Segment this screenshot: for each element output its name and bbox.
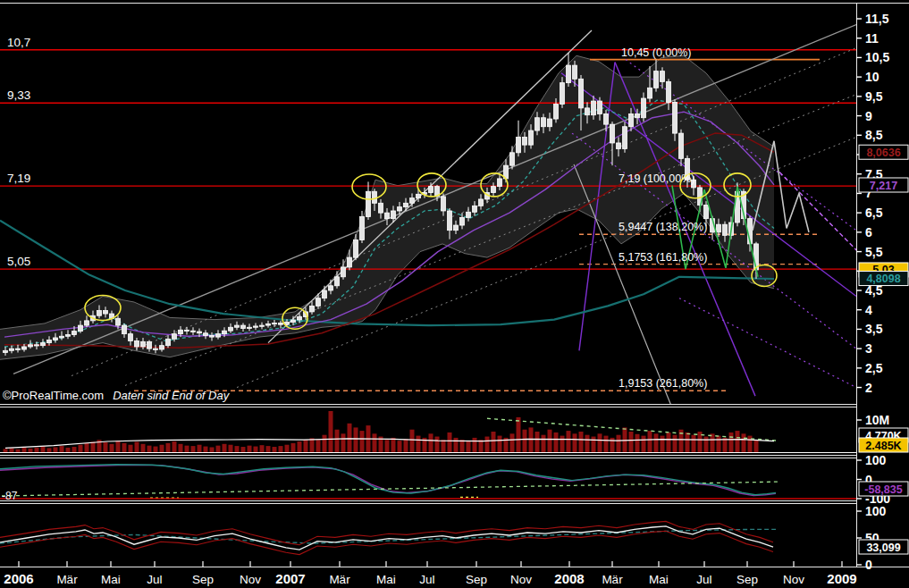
axis-value-tag: 2.485K xyxy=(859,438,908,452)
volume-bar xyxy=(404,439,408,453)
candle-body xyxy=(642,98,646,118)
volume-bar xyxy=(535,432,540,453)
volume-pane xyxy=(0,411,856,453)
volume-bar xyxy=(579,432,584,453)
candle-body xyxy=(266,323,271,325)
time-axis[interactable]: 2006MärMaiJulSepNov2007MärMaiJulSepNov20… xyxy=(4,561,856,586)
chart-canvas[interactable]: 10,79,337,195,0510,45 (0,00%)7,19 (100,0… xyxy=(0,0,909,588)
candle-body xyxy=(717,224,721,232)
candle-body xyxy=(366,191,371,216)
oscillator-trendline[interactable] xyxy=(2,482,779,496)
candle-body xyxy=(535,118,540,130)
volume-bar xyxy=(216,446,221,453)
volume-bar xyxy=(235,446,240,453)
candle-body xyxy=(673,102,678,133)
volume-bar xyxy=(160,445,164,453)
trendline[interactable] xyxy=(679,298,856,388)
volume-bar xyxy=(435,437,440,453)
axis-value-tag: 7,217 xyxy=(859,178,908,192)
volume-bar xyxy=(141,444,146,453)
volume-bar xyxy=(460,440,465,453)
momentum-white-line xyxy=(0,526,773,550)
candle-body xyxy=(398,207,402,211)
time-tick-label: 2008 xyxy=(554,571,584,586)
candle-body xyxy=(260,325,265,326)
volume-bar xyxy=(191,446,196,453)
candle-body xyxy=(454,225,459,231)
candle-body xyxy=(210,335,215,337)
candle-body xyxy=(298,317,302,320)
candle-body xyxy=(585,108,590,115)
volume-bar xyxy=(91,442,96,454)
volume-bar xyxy=(742,433,746,453)
oscillator-pane xyxy=(0,465,856,499)
candle-body xyxy=(610,124,615,143)
candle-body xyxy=(85,321,89,325)
volume-bar xyxy=(254,447,258,453)
volume-bar xyxy=(573,433,577,453)
time-tick-label: Sep xyxy=(192,573,214,586)
volume-bar xyxy=(373,433,377,453)
volume-bar xyxy=(391,438,396,453)
candle-body xyxy=(323,290,327,298)
candle-body xyxy=(429,187,433,193)
volume-bar xyxy=(279,446,283,453)
candle-body xyxy=(329,286,333,290)
volume-bar xyxy=(304,440,308,453)
volume-bar xyxy=(717,436,721,453)
volume-bar xyxy=(529,427,534,453)
volume-bar xyxy=(323,435,327,453)
volume-bar xyxy=(129,445,133,453)
candle-body xyxy=(54,338,58,340)
volume-bar xyxy=(147,446,152,453)
axis-tick-label: 10 xyxy=(865,70,880,84)
time-tick-label: Sep xyxy=(466,573,487,586)
volume-bar xyxy=(454,438,459,453)
candle-body xyxy=(179,330,183,333)
axis-tick-label: 9,5 xyxy=(865,89,883,104)
volume-bar xyxy=(241,447,246,453)
fib-level-label: 7,19 (100,00%) xyxy=(619,172,694,185)
time-tick-label: Sep xyxy=(736,573,758,586)
volume-bar xyxy=(542,435,546,453)
volume-bar xyxy=(291,443,296,453)
candle-body xyxy=(460,217,465,225)
fib-level-label: 1,9153 (261,80%) xyxy=(619,377,707,390)
time-tick-label: 2006 xyxy=(4,571,33,586)
candle-body xyxy=(66,335,71,337)
axis-value-tag-label: 4,8098 xyxy=(866,273,900,285)
volume-bar xyxy=(116,441,121,453)
candle-body xyxy=(635,113,640,117)
volume-bar xyxy=(329,411,333,453)
time-tick-label: Jul xyxy=(147,573,162,586)
candle-body xyxy=(204,333,208,336)
candle-body xyxy=(667,81,671,102)
volume-bar xyxy=(41,447,46,453)
volume-bar xyxy=(479,440,484,453)
fib-level-label: 5,9447 (138,20%) xyxy=(619,221,707,233)
candle-body xyxy=(291,320,296,323)
time-tick-label: Mai xyxy=(649,573,669,586)
volume-bar xyxy=(560,436,565,453)
time-tick-label: Nov xyxy=(783,573,804,586)
candle-body xyxy=(479,199,484,206)
axis-tick-label: 6,5 xyxy=(865,206,883,220)
momentum-axis-label: 100 xyxy=(865,504,887,518)
volume-bar xyxy=(60,446,64,453)
price-level-label: 9,33 xyxy=(7,88,30,102)
axis-value-tag: 8,0636 xyxy=(859,145,908,159)
bollinger-band-fill xyxy=(0,55,774,359)
volume-bar xyxy=(185,446,189,453)
axis-value-tag-label: 7,217 xyxy=(870,180,897,192)
time-tick-label: Mär xyxy=(602,573,623,586)
candle-body xyxy=(316,298,321,307)
axis-tick-label: 2,5 xyxy=(865,361,883,375)
candle-body xyxy=(404,203,408,206)
candle-body xyxy=(417,194,421,197)
candle-body xyxy=(229,327,233,331)
volume-bar xyxy=(122,443,127,453)
momentum-pane xyxy=(0,521,776,554)
candle-body xyxy=(661,71,665,82)
candle-body xyxy=(248,327,252,328)
volume-bar xyxy=(166,443,171,453)
